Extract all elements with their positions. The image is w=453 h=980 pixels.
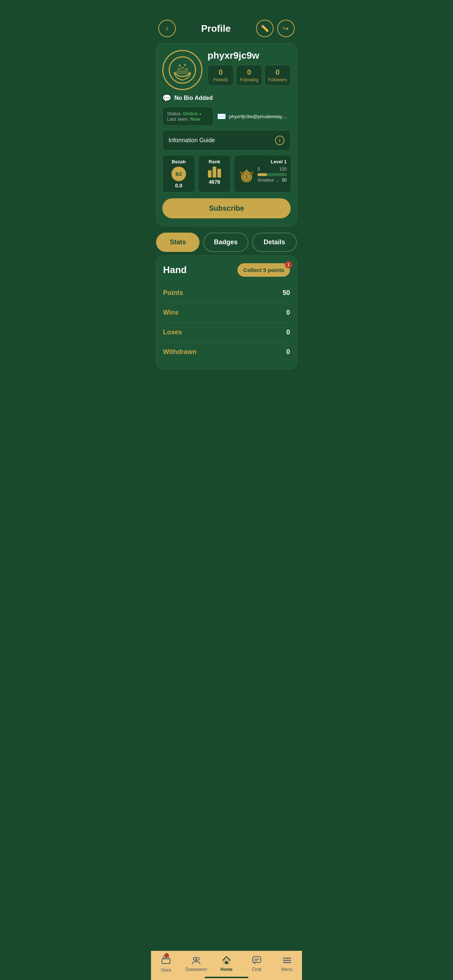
info-guide-button[interactable]: Information Guide i bbox=[162, 130, 291, 151]
progress-bar-fill bbox=[257, 173, 267, 176]
following-label: Following bbox=[238, 77, 260, 83]
back-icon: ‹ bbox=[166, 24, 168, 33]
duwaween-icon bbox=[191, 955, 201, 966]
page-title: Profile bbox=[201, 23, 231, 34]
info-guide-label: Information Guide bbox=[169, 137, 215, 144]
hand-section: Hand Collect 5 points 1 Points 50 Wins 0… bbox=[156, 256, 297, 369]
rank-bar-1 bbox=[208, 170, 212, 178]
svg-point-9 bbox=[248, 172, 249, 173]
stats-row: 0 Friends 0 Following 0 Followers bbox=[207, 65, 291, 86]
level-box: Level 1 1 bbox=[234, 155, 292, 192]
friends-count: 0 bbox=[209, 68, 232, 76]
profile-info: phyxr9jc9w 0 Friends 0 Following 0 Follo… bbox=[207, 50, 291, 86]
friends-stat[interactable]: 0 Friends bbox=[207, 65, 234, 86]
following-count: 0 bbox=[238, 68, 260, 76]
profile-top: phyxr9jc9w 0 Friends 0 Following 0 Follo… bbox=[162, 50, 291, 90]
progress-max: 150 bbox=[279, 167, 287, 172]
nav-chat[interactable]: Chat bbox=[246, 955, 268, 972]
status-line: Status: Online ● bbox=[167, 111, 209, 116]
home-icon bbox=[222, 955, 231, 966]
header: ‹ Profile ✏️ ↪ bbox=[151, 16, 302, 43]
followers-stat[interactable]: 0 Followers bbox=[265, 65, 291, 86]
hand-item-value: 0 bbox=[286, 348, 290, 356]
svg-rect-10 bbox=[162, 959, 170, 964]
hand-item-value: 0 bbox=[286, 309, 290, 317]
status-email-row: Status: Online ● Last seen: Now ✉️ phyxr… bbox=[162, 107, 291, 126]
tab-details[interactable]: Details bbox=[252, 232, 297, 252]
bezah-value: 0.0 bbox=[175, 183, 182, 188]
svg-rect-14 bbox=[225, 961, 228, 964]
hand-item-label: Wins bbox=[163, 309, 179, 317]
nav-menu-label: Menu bbox=[282, 967, 292, 972]
friends-label: Friends bbox=[209, 77, 232, 83]
svg-point-11 bbox=[193, 958, 196, 960]
bezah-rank-level-row: Bezah BZ 0.0 Rank 4678 Level 1 bbox=[162, 155, 291, 192]
bezah-coin-icon: BZ bbox=[171, 167, 186, 181]
amateur-label: Amateur bbox=[257, 178, 274, 184]
username: phyxr9jc9w bbox=[207, 50, 291, 61]
logout-icon: ↪ bbox=[283, 24, 289, 33]
tab-stats-label: Stats bbox=[170, 239, 186, 246]
rank-bars-icon bbox=[208, 167, 221, 178]
progress-min: 0 bbox=[257, 167, 260, 172]
progress-bar-background bbox=[257, 173, 287, 176]
nav-home[interactable]: Home bbox=[215, 955, 238, 972]
status-label: Status: bbox=[167, 111, 182, 116]
avatar-container bbox=[162, 50, 203, 90]
tab-badges[interactable]: Badges bbox=[203, 232, 248, 252]
hand-item: Wins 0 bbox=[163, 303, 290, 323]
logout-button[interactable]: ↪ bbox=[277, 20, 295, 37]
status-box: Status: Online ● Last seen: Now bbox=[162, 107, 214, 126]
hand-item-label: Points bbox=[163, 289, 183, 297]
level-middle: 1 0 150 bbox=[239, 167, 287, 184]
progress-mid-value: 50 bbox=[282, 178, 287, 184]
hand-item-label: Loses bbox=[163, 328, 182, 336]
bio-text: No Bio Added bbox=[174, 95, 213, 101]
section-title: Hand bbox=[163, 264, 187, 275]
following-stat[interactable]: 0 Following bbox=[236, 65, 262, 86]
status-bar bbox=[151, 0, 302, 16]
hand-item-label: Withdrawn bbox=[163, 348, 196, 356]
tabs-row: Stats Badges Details bbox=[151, 226, 302, 256]
collect-button[interactable]: Collect 5 points 1 bbox=[238, 263, 290, 277]
rank-bar-3 bbox=[217, 169, 221, 178]
followers-label: Followers bbox=[266, 77, 289, 83]
edit-icon: ✏️ bbox=[261, 24, 269, 32]
svg-point-12 bbox=[196, 958, 199, 960]
bio-icon: 💬 bbox=[162, 94, 171, 102]
edit-button[interactable]: ✏️ bbox=[256, 20, 274, 37]
home-indicator bbox=[205, 977, 248, 978]
rank-value: 4678 bbox=[209, 179, 220, 185]
tab-details-label: Details bbox=[264, 239, 285, 246]
chat-icon bbox=[252, 955, 262, 966]
bio-row: 💬 No Bio Added bbox=[162, 94, 291, 102]
nav-home-label: Home bbox=[220, 967, 232, 972]
tab-stats[interactable]: Stats bbox=[156, 232, 199, 252]
last-seen-label: Last seen: bbox=[167, 116, 189, 122]
hand-item-value: 50 bbox=[283, 289, 290, 297]
svg-point-7 bbox=[246, 170, 247, 171]
collect-badge: 1 bbox=[285, 261, 292, 268]
hand-item-value: 0 bbox=[286, 328, 290, 336]
nav-menu[interactable]: Menu bbox=[276, 955, 298, 972]
bezah-box: Bezah BZ 0.0 bbox=[162, 155, 195, 192]
nav-store[interactable]: Store bbox=[155, 955, 177, 973]
avatar-icon bbox=[168, 56, 197, 84]
subscribe-button[interactable]: Subscribe bbox=[162, 198, 291, 218]
bottom-nav: Store Duwaween Home Chat bbox=[151, 951, 302, 980]
tab-badges-label: Badges bbox=[214, 239, 238, 246]
menu-icon bbox=[282, 955, 292, 966]
rank-bar-2 bbox=[213, 167, 216, 178]
bezah-label: Bezah bbox=[172, 159, 186, 164]
followers-count: 0 bbox=[266, 68, 289, 76]
hand-item: Withdrawn 0 bbox=[163, 342, 290, 362]
progress-bottom: Amateur - 50 bbox=[257, 178, 287, 184]
nav-duwaween[interactable]: Duwaween bbox=[185, 955, 207, 972]
hand-item: Points 50 bbox=[163, 283, 290, 303]
last-seen-value: Now bbox=[190, 116, 200, 122]
nav-duwaween-label: Duwaween bbox=[186, 967, 207, 972]
nav-chat-label: Chat bbox=[252, 967, 261, 972]
back-button[interactable]: ‹ bbox=[158, 20, 176, 37]
progress-numbers: 0 150 bbox=[257, 167, 287, 172]
nav-store-label: Store bbox=[161, 967, 171, 973]
